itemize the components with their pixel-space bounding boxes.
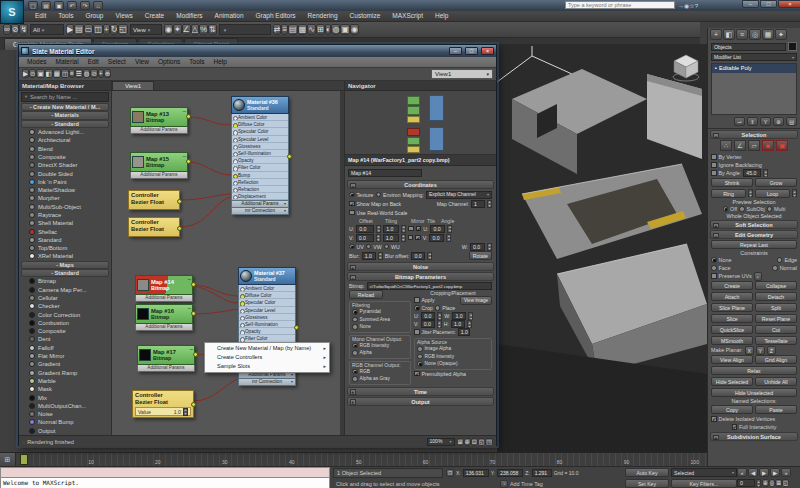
menu-graph-editors[interactable]: Graph Editors	[251, 11, 301, 21]
browser-item-marble[interactable]: Marble	[19, 377, 111, 385]
stack-item-editable-poly[interactable]: ▪Editable Poly	[712, 64, 796, 73]
v-mirror-checkbox[interactable]	[408, 235, 414, 241]
browser-item-shell-material[interactable]: Shell Material	[19, 219, 111, 227]
tab-hierarchy[interactable]: ≡	[736, 29, 748, 40]
context-menu-item-sample-slots[interactable]: Sample Slots▸	[205, 362, 329, 371]
collapse-node-icon[interactable]: –	[188, 277, 191, 282]
collapse-node-icon[interactable]: –	[183, 154, 186, 159]
select-and-move-icon[interactable]: +	[103, 24, 110, 35]
browser-item-dent[interactable]: Dent	[19, 335, 111, 343]
angle-field[interactable]: 45.0	[743, 169, 761, 177]
radio-image-alpha[interactable]	[417, 346, 423, 352]
slate-titlebar[interactable]: Slate Material Editor – □ ×	[19, 45, 496, 57]
key-filters-button[interactable]: Key Filters...	[671, 479, 737, 488]
select-and-manipulate-icon[interactable]: ✦	[173, 24, 182, 35]
map-channel-spinner[interactable]	[487, 200, 492, 208]
view-zoom-dropdown[interactable]: 100%▾	[427, 438, 455, 446]
browser-item-mix[interactable]: Mix	[19, 393, 111, 401]
copy-button[interactable]: Copy	[711, 405, 753, 414]
auto-key-button[interactable]: Auto Key	[625, 468, 669, 477]
repeat-last-button[interactable]: Repeat Last	[711, 240, 797, 249]
view-align-button[interactable]: View Align	[711, 355, 753, 364]
navigator-minimap[interactable]	[345, 91, 496, 155]
object-name-field[interactable]: Objects	[711, 43, 786, 51]
current-frame-field[interactable]: 0	[737, 479, 755, 487]
preview-subobj-radio[interactable]	[739, 206, 745, 212]
slot-diffuse-color[interactable]: Diffuse Color	[239, 292, 295, 299]
browser-item-shellac[interactable]: Shellac	[19, 227, 111, 235]
browser-item-double-sided[interactable]: Double Sided	[19, 169, 111, 177]
menu-options[interactable]: Options	[154, 57, 184, 67]
maxscript-listener-macro-pane[interactable]	[0, 467, 330, 478]
tab-utilities[interactable]: ✦	[775, 29, 787, 40]
crop-h-field[interactable]: 1.0	[451, 320, 465, 328]
use-pivot-center-icon[interactable]: ◉	[164, 24, 173, 35]
browser-item-blend[interactable]: Blend	[19, 144, 111, 152]
hide-unselected-button[interactable]: Hide Unselected	[711, 388, 797, 397]
constraint-none-radio[interactable]	[711, 257, 717, 263]
select-and-scale-icon[interactable]: ◱	[118, 24, 128, 35]
node-map14-selected[interactable]: Map #14Bitmap – Additional Params	[135, 275, 193, 302]
slate-material-editor-window[interactable]: Slate Material Editor – □ × ModesMateria…	[18, 44, 497, 446]
edge-mode-icon[interactable]: ∠	[734, 140, 746, 151]
browser-group-create-new-material-m[interactable]: - Create New Material / M...	[21, 103, 109, 111]
browser-item-advanced-lighti[interactable]: Advanced Lighti...	[19, 128, 111, 136]
u-tile-checkbox[interactable]	[416, 226, 422, 232]
schematic-view-icon[interactable]: ⊞	[316, 24, 325, 35]
hide-unused-nodeslots-icon[interactable]: ⊘	[90, 69, 97, 78]
menu-group[interactable]: Group	[80, 11, 108, 21]
tab-create[interactable]: +	[710, 29, 722, 40]
menu-views[interactable]: Views	[110, 11, 137, 21]
u-offset-field[interactable]: 0.0	[356, 225, 374, 233]
browser-item-composite[interactable]: Composite	[19, 153, 111, 161]
go-to-start-button[interactable]: «	[737, 468, 747, 477]
slate-close-button[interactable]: ×	[481, 47, 494, 55]
menu-modifiers[interactable]: Modifiers	[171, 11, 207, 21]
node-material36[interactable]: Material #36Standard Ambient ColorDiffus…	[231, 96, 289, 215]
lay-out-all-icon[interactable]: ≡	[69, 69, 75, 78]
slot-opacity[interactable]: Opacity	[239, 328, 295, 335]
next-frame-button[interactable]: ▶	[770, 468, 780, 477]
browser-item-cellular[interactable]: Cellular	[19, 294, 111, 302]
y-coordinate-field[interactable]: 238.058	[497, 469, 523, 477]
output-socket[interactable]	[294, 325, 299, 330]
v-tiling-field[interactable]: 1.0	[383, 234, 399, 242]
reference-coordinate-dropdown[interactable]: View▾	[130, 24, 162, 35]
radio-pyramidal[interactable]	[352, 309, 358, 315]
radio-rgb-intensity[interactable]	[417, 354, 423, 360]
menu-modes[interactable]: Modes	[23, 57, 51, 67]
radio-alpha-as-gray[interactable]	[352, 376, 358, 382]
add-time-tag[interactable]: ◔ Add Time Tag	[500, 479, 543, 488]
slot-opacity[interactable]: Opacity	[232, 157, 288, 164]
preserve-uvs-settings-button[interactable]: ▫	[754, 272, 762, 281]
slot-diffuse-color[interactable]: Diffuse Color	[232, 121, 288, 128]
place-radio[interactable]	[435, 305, 441, 311]
context-menu-item-create-controllers[interactable]: Create Controllers▸	[205, 353, 329, 362]
browser-item-noise[interactable]: Noise	[19, 410, 111, 418]
browser-item-directx-shader[interactable]: DirectX Shader	[19, 161, 111, 169]
window-crossing-icon[interactable]: ◫	[93, 24, 103, 35]
output-socket[interactable]	[177, 226, 182, 231]
play-button[interactable]: ▶	[759, 468, 769, 477]
output-socket[interactable]	[186, 114, 191, 119]
open-file-icon[interactable]: ▤	[41, 1, 51, 10]
crop-w-field[interactable]: 1.0	[452, 312, 466, 320]
transform-lock-icon[interactable]: ⊡	[446, 469, 454, 477]
maximize-button[interactable]: □	[760, 0, 777, 8]
preview-multi-radio[interactable]	[767, 206, 773, 212]
bitmap-path-button[interactable]: s\TurboSquid\CnC\WarFactory1_part2 copy.…	[367, 282, 492, 290]
output-socket[interactable]	[193, 352, 198, 357]
make-planar-z-button[interactable]: Z	[767, 346, 776, 355]
material-name-field[interactable]: Map #14	[348, 169, 422, 177]
context-menu-item-create-new-material-map-by-name[interactable]: Create New Material / Map (by Name)▸	[205, 344, 329, 353]
ignore-backfacing-checkbox[interactable]	[711, 162, 717, 168]
preview-off-radio[interactable]	[723, 206, 729, 212]
v-offset-field[interactable]: 0.0	[356, 234, 374, 242]
jitter-checkbox[interactable]	[414, 329, 420, 335]
named-selection-sets-dropdown[interactable]: ▾	[219, 24, 271, 35]
x-coordinate-field[interactable]: 136.031	[463, 469, 489, 477]
slot-glossiness[interactable]: Glossiness	[239, 314, 295, 321]
node-view[interactable]: View1	[112, 81, 344, 435]
slot-specular-color[interactable]: Specular Color	[239, 299, 295, 306]
browser-item-mask[interactable]: Mask	[19, 385, 111, 393]
